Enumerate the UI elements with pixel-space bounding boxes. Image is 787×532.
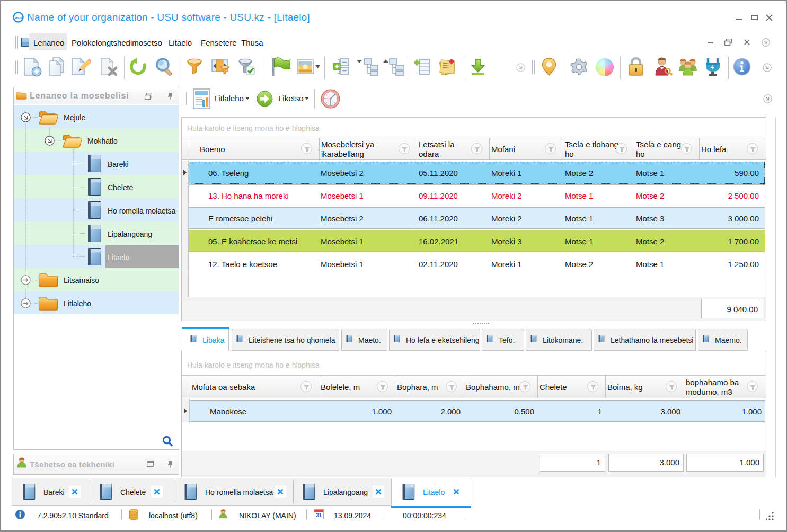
svg-text:31: 31 — [316, 512, 322, 518]
svg-text:usu: usu — [15, 15, 22, 20]
